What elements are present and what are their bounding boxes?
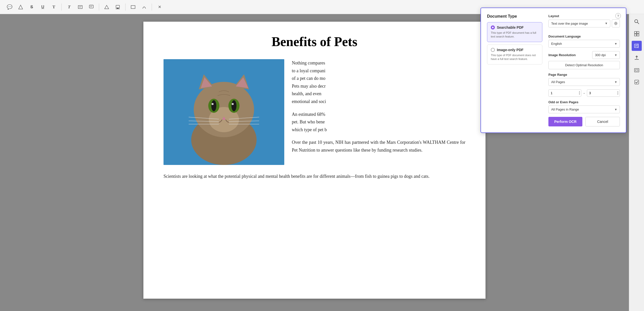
separator-3 — [125, 4, 126, 11]
svg-rect-47 — [635, 70, 638, 71]
page-to-input[interactable] — [587, 89, 620, 97]
page-to-wrapper: ▲ ▼ — [587, 89, 620, 97]
page-from-input[interactable] — [548, 89, 581, 97]
ocr-dialog: ? Document Type Searchable PDF This type… — [480, 8, 626, 133]
page-to-up[interactable]: ▲ — [617, 91, 619, 93]
resolution-select[interactable]: 300 dpi 150 dpi 200 dpi 400 dpi 600 dpi — [592, 51, 620, 59]
stamp-icon[interactable] — [113, 3, 122, 12]
odd-even-select[interactable]: All Pages in Range Odd Pages Even Pages — [548, 106, 620, 113]
text-box-icon[interactable] — [76, 3, 85, 12]
searchable-radio[interactable] — [491, 25, 495, 29]
svg-rect-38 — [637, 34, 639, 36]
language-select-wrapper: English French German Spanish ▼ — [548, 40, 620, 48]
searchable-pdf-option[interactable]: Searchable PDF This type of PDF document… — [487, 22, 542, 42]
page-to-down[interactable]: ▼ — [617, 93, 619, 95]
range-dash: - — [583, 91, 585, 95]
svg-rect-37 — [634, 34, 636, 36]
rectangle-icon[interactable] — [129, 3, 138, 12]
perform-ocr-btn[interactable]: Perform OCR — [548, 117, 582, 126]
cancel-btn[interactable]: Cancel — [585, 117, 620, 126]
ocr-sidebar-icon[interactable] — [632, 41, 642, 51]
export-sidebar-icon[interactable] — [632, 53, 642, 63]
svg-point-25 — [232, 103, 234, 105]
strikethrough-icon[interactable]: S — [27, 3, 36, 12]
close-icon[interactable]: ✕ — [155, 3, 164, 12]
language-label: Document Language — [548, 34, 620, 38]
content-row: Nothing comparesto a loyal companiof a p… — [164, 59, 465, 165]
layout-settings-btn[interactable] — [612, 19, 620, 27]
svg-rect-1 — [78, 6, 82, 9]
text-icon[interactable]: T — [49, 3, 58, 12]
right-sidebar — [629, 14, 644, 311]
svg-rect-4 — [89, 5, 93, 8]
image-only-radio[interactable] — [491, 48, 495, 52]
layout-label: Layout — [548, 14, 620, 18]
highlight-icon[interactable] — [16, 3, 25, 12]
page-range-select-wrapper: All Pages Current Page Custom Range ▼ — [548, 78, 620, 86]
triangle-shape-icon[interactable] — [102, 3, 111, 12]
document-type-title: Document Type — [487, 14, 542, 19]
page-range-label: Page Range — [548, 73, 620, 77]
pdf-page: Benefits of Pets — [143, 22, 486, 299]
resolution-select-wrapper: 300 dpi 150 dpi 200 dpi 400 dpi 600 dpi … — [592, 51, 620, 59]
image-only-pdf-label: Image-only PDF — [497, 48, 524, 52]
image-only-radio-row: Image-only PDF — [491, 48, 539, 52]
article-text-right: Nothing comparesto a loyal companiof a p… — [292, 59, 465, 165]
page-range-select[interactable]: All Pages Current Page Custom Range — [548, 78, 620, 86]
image-only-pdf-option[interactable]: Image-only PDF This type of PDF document… — [487, 45, 542, 64]
thumbnail-sidebar-icon[interactable] — [632, 29, 642, 39]
help-icon[interactable]: ? — [615, 13, 621, 19]
image-only-pdf-desc: This type of PDF document does not have … — [491, 53, 539, 61]
separator-1 — [61, 4, 62, 11]
gear-icon — [614, 21, 618, 25]
checkbox-sidebar-icon[interactable] — [632, 77, 642, 87]
comment-icon[interactable]: 💬 — [5, 3, 14, 12]
separator-2 — [99, 4, 99, 11]
page-title: Benefits of Pets — [164, 34, 465, 49]
page-from-arrows: ▲ ▼ — [578, 89, 580, 97]
arc-icon[interactable] — [140, 3, 149, 12]
svg-rect-48 — [635, 80, 639, 84]
callout-icon[interactable] — [87, 3, 96, 12]
layout-select-wrapper: Text over the page image Text below the … — [548, 20, 610, 27]
settings-panel: Layout Text over the page image Text bel… — [548, 14, 620, 126]
svg-point-22 — [211, 100, 216, 111]
resolution-label: Image Resolution — [548, 53, 590, 57]
dialog-content: Document Type Searchable PDF This type o… — [487, 14, 620, 126]
cat-image — [164, 59, 284, 165]
dialog-actions: Perform OCR Cancel — [548, 117, 620, 126]
odd-even-select-wrapper: All Pages in Range Odd Pages Even Pages … — [548, 106, 620, 113]
searchable-radio-row: Searchable PDF — [491, 25, 539, 29]
layout-select[interactable]: Text over the page image Text below the … — [548, 20, 610, 27]
page-to-arrows: ▲ ▼ — [617, 89, 619, 97]
svg-marker-0 — [19, 5, 23, 9]
svg-marker-7 — [105, 5, 109, 9]
separator-4 — [152, 4, 152, 11]
article-text-full: Scientists are looking at what the poten… — [164, 172, 465, 180]
page-from-down[interactable]: ▼ — [578, 93, 580, 95]
search-sidebar-icon[interactable] — [632, 17, 642, 27]
language-select[interactable]: English French German Spanish — [548, 40, 620, 48]
svg-rect-35 — [634, 31, 636, 33]
document-type-panel: Document Type Searchable PDF This type o… — [487, 14, 542, 126]
svg-point-23 — [231, 100, 236, 111]
underline-icon[interactable]: U — [38, 3, 47, 12]
text-style-icon[interactable]: T — [65, 3, 74, 12]
resolution-row: Image Resolution 300 dpi 150 dpi 200 dpi… — [548, 51, 620, 59]
svg-rect-11 — [131, 6, 135, 9]
share-sidebar-icon[interactable] — [632, 65, 642, 75]
detect-resolution-btn[interactable]: Detect Optimal Resolution — [548, 61, 620, 69]
layout-row: Text over the page image Text below the … — [548, 19, 620, 27]
svg-rect-36 — [637, 31, 639, 33]
svg-point-49 — [615, 23, 617, 24]
searchable-pdf-label: Searchable PDF — [497, 25, 524, 29]
svg-rect-8 — [116, 5, 119, 8]
svg-point-24 — [212, 103, 214, 105]
svg-rect-46 — [634, 68, 639, 72]
page-from-up[interactable]: ▲ — [578, 91, 580, 93]
page-range-inputs: ▲ ▼ - ▲ ▼ — [548, 89, 620, 97]
page-from-wrapper: ▲ ▼ — [548, 89, 581, 97]
svg-rect-10 — [117, 8, 118, 9]
svg-point-33 — [635, 20, 638, 23]
odd-even-label: Odd or Even Pages — [548, 100, 620, 104]
